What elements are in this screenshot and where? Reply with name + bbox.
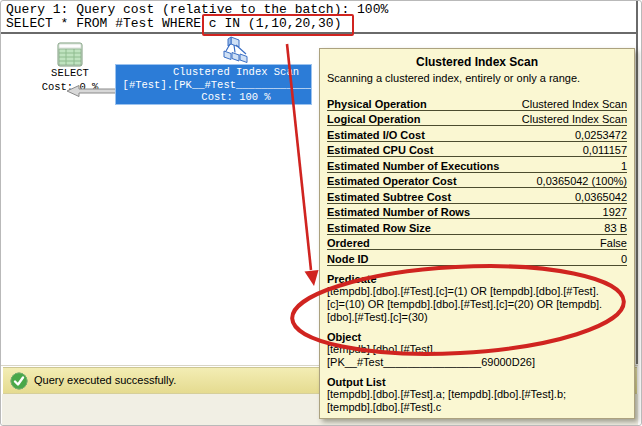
select-result-grid-icon: [55, 42, 85, 68]
select-node-label: SELECT: [35, 67, 105, 80]
tooltip-property-row: Estimated Number of Rows1927: [327, 204, 627, 220]
tooltip-property-row: Node ID0: [327, 250, 627, 266]
property-label: Physical Operation: [327, 98, 427, 110]
section-text: [tempdb].[dbo].[#Test].[c]=(1) OR [tempd…: [327, 285, 627, 324]
tooltip-section: Predicate[tempdb].[dbo].[#Test].[c]=(1) …: [327, 273, 627, 324]
property-value: Clustered Index Scan: [522, 113, 627, 125]
pane-right-border: [636, 1, 638, 364]
tooltip-property-row: Estimated CPU Cost0,011157: [327, 142, 627, 158]
plan-connector-arrow: [65, 83, 119, 99]
tooltip-property-row: Physical OperationClustered Index Scan: [327, 95, 627, 111]
status-message: Query executed successfully.: [34, 374, 176, 386]
property-label: Estimated Row Size: [327, 222, 431, 234]
tooltip-rows: Physical OperationClustered Index ScanLo…: [327, 95, 627, 266]
property-value: False: [600, 237, 627, 249]
property-value: 0,011157: [583, 144, 627, 156]
red-annotation-box: [202, 14, 354, 36]
execution-plan-window: Query 1: Query cost (relative to the bat…: [0, 0, 642, 426]
section-text: [tempdb].[dbo].[#Test]. [PK__#Test______…: [327, 343, 627, 369]
tooltip-property-row: Estimated Operator Cost0,0365042 (100%): [327, 173, 627, 189]
tooltip-property-row: Estimated Subtree Cost0,0365042: [327, 188, 627, 204]
tooltip-property-row: Estimated Number of Executions1: [327, 157, 627, 173]
section-label: Output List: [327, 376, 627, 388]
property-label: Ordered: [327, 237, 370, 249]
tooltip-section: Output List[tempdb].[dbo].[#Test].a; [te…: [327, 376, 627, 414]
property-value: 0,0365042: [575, 191, 627, 203]
property-value: 1927: [603, 206, 627, 218]
property-label: Estimated I/O Cost: [327, 129, 425, 141]
tooltip-title: Clustered Index Scan: [327, 54, 627, 69]
property-value: Clustered Index Scan: [522, 98, 627, 110]
property-label: Estimated Operator Cost: [327, 175, 457, 187]
section-text: [tempdb].[dbo].[#Test].a; [tempdb].[dbo]…: [327, 388, 627, 414]
scan-node-title: Clustered Index Scan: [116, 66, 312, 79]
property-value: 0: [621, 253, 627, 265]
clustered-index-scan-icon: [218, 35, 250, 63]
section-label: Predicate: [327, 273, 627, 285]
property-value: 0,0253472: [575, 129, 627, 141]
tooltip-section: Object[tempdb].[dbo].[#Test]. [PK__#Test…: [327, 331, 627, 369]
property-value: 83 B: [604, 222, 627, 234]
scan-node-highlight[interactable]: Clustered Index Scan [#Test].[PK__#Test_…: [115, 64, 312, 105]
tooltip-sections: Predicate[tempdb].[dbo].[#Test].[c]=(1) …: [327, 273, 627, 414]
property-label: Node ID: [327, 253, 369, 265]
tooltip-property-row: Logical OperationClustered Index Scan: [327, 111, 627, 127]
property-label: Estimated Subtree Cost: [327, 191, 451, 203]
property-label: Logical Operation: [327, 113, 421, 125]
tooltip-property-row: OrderedFalse: [327, 235, 627, 251]
property-label: Estimated Number of Executions: [327, 160, 499, 172]
operator-tooltip: Clustered Index Scan Scanning a clustere…: [319, 48, 635, 419]
tooltip-property-row: Estimated I/O Cost0,0253472: [327, 126, 627, 142]
scan-node-cost: Cost: 100 %: [116, 91, 312, 104]
property-label: Estimated Number of Rows: [327, 206, 470, 218]
tooltip-subtitle: Scanning a clustered index, entirely or …: [327, 72, 627, 84]
property-value: 1: [621, 160, 627, 172]
success-check-icon: [10, 372, 28, 390]
property-value: 0,0365042 (100%): [536, 175, 627, 187]
property-label: Estimated CPU Cost: [327, 144, 433, 156]
tooltip-property-row: Estimated Row Size83 B: [327, 219, 627, 235]
section-label: Object: [327, 331, 627, 343]
